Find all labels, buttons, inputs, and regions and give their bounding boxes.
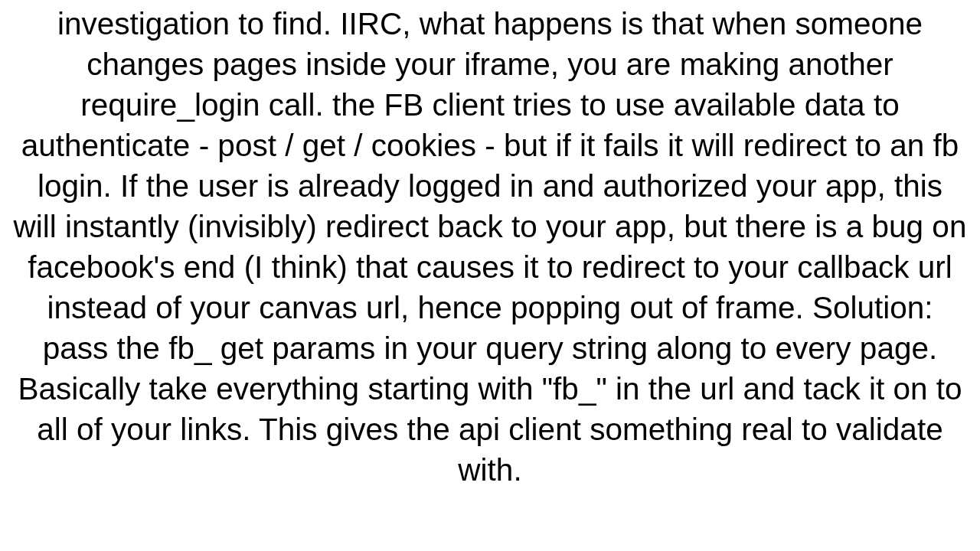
document-page: Answer 3: There is a known reason for th… <box>0 0 980 551</box>
answer-body-text: Answer 3: There is a known reason for th… <box>0 0 980 491</box>
